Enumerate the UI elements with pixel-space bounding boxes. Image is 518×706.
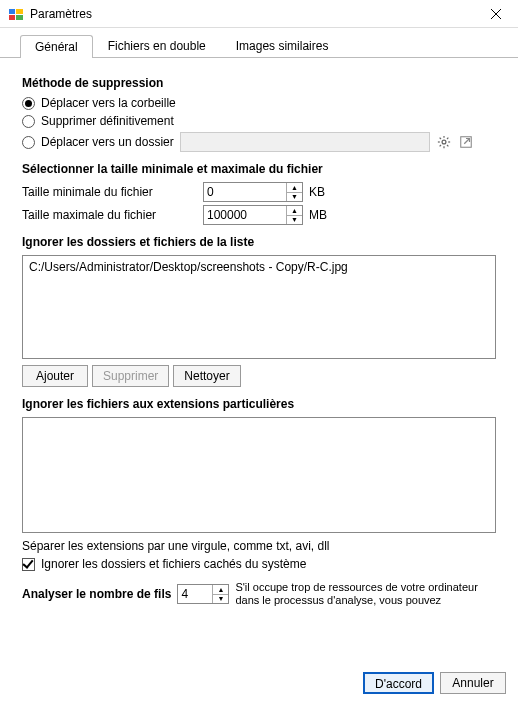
size-range-title: Sélectionner la taille minimale et maxim…: [22, 162, 496, 176]
ignore-extensions-hint: Séparer les extensions par une virgule, …: [22, 539, 496, 553]
radio-delete-permanently-label: Supprimer définitivement: [41, 114, 174, 128]
min-size-spinner[interactable]: ▲ ▼: [203, 182, 303, 202]
min-size-up[interactable]: ▲: [287, 183, 302, 193]
clear-button[interactable]: Nettoyer: [173, 365, 240, 387]
svg-rect-2: [9, 15, 15, 20]
list-item[interactable]: C:/Users/Administrator/Desktop/screensho…: [29, 260, 489, 274]
dialog-buttons: D'accord Annuler: [363, 672, 506, 694]
threads-down[interactable]: ▼: [213, 595, 228, 604]
ignore-list-listbox[interactable]: C:/Users/Administrator/Desktop/screensho…: [22, 255, 496, 359]
titlebar: Paramètres: [0, 0, 518, 28]
max-size-input[interactable]: [204, 206, 286, 224]
max-size-spinner[interactable]: ▲ ▼: [203, 205, 303, 225]
min-size-input[interactable]: [204, 183, 286, 201]
tabs: Général Fichiers en double Images simila…: [0, 28, 518, 58]
svg-point-6: [442, 140, 446, 144]
svg-line-13: [447, 138, 448, 139]
max-size-up[interactable]: ▲: [287, 206, 302, 216]
threads-hint: S'il occupe trop de ressources de votre …: [235, 581, 496, 607]
ignore-list-title: Ignorer les dossiers et fichiers de la l…: [22, 235, 496, 249]
close-button[interactable]: [482, 0, 510, 28]
max-size-unit: MB: [309, 208, 327, 222]
app-icon: [8, 6, 24, 22]
gear-icon: [437, 135, 451, 149]
ignore-extensions-title: Ignorer les fichiers aux extensions part…: [22, 397, 496, 411]
radio-move-to-folder[interactable]: [22, 136, 35, 149]
ignore-hidden-label: Ignorer les dossiers et fichiers cachés …: [41, 557, 306, 571]
threads-label: Analyser le nombre de fils: [22, 587, 171, 601]
ignore-hidden-checkbox[interactable]: [22, 558, 35, 571]
svg-line-12: [447, 145, 448, 146]
threads-up[interactable]: ▲: [213, 585, 228, 595]
max-size-down[interactable]: ▼: [287, 216, 302, 225]
deletion-method-title: Méthode de suppression: [22, 76, 496, 90]
tab-content: Méthode de suppression Déplacer vers la …: [0, 58, 518, 607]
radio-move-to-recycle-bin-label: Déplacer vers la corbeille: [41, 96, 176, 110]
open-folder-button[interactable]: [458, 134, 474, 150]
svg-line-16: [464, 139, 469, 144]
threads-input[interactable]: [178, 585, 212, 603]
close-icon: [491, 9, 501, 19]
min-size-unit: KB: [309, 185, 325, 199]
settings-gear-button[interactable]: [436, 134, 452, 150]
svg-rect-3: [16, 15, 23, 20]
move-to-folder-path-input[interactable]: [180, 132, 430, 152]
ignore-extensions-textarea[interactable]: [22, 417, 496, 533]
radio-move-to-folder-label: Déplacer vers un dossier: [41, 135, 174, 149]
open-external-icon: [459, 135, 473, 149]
radio-delete-permanently[interactable]: [22, 115, 35, 128]
min-size-down[interactable]: ▼: [287, 193, 302, 202]
window-title: Paramètres: [30, 7, 482, 21]
remove-button[interactable]: Supprimer: [92, 365, 169, 387]
svg-line-11: [439, 138, 440, 139]
tab-general[interactable]: Général: [20, 35, 93, 58]
ok-button[interactable]: D'accord: [363, 672, 434, 694]
cancel-button[interactable]: Annuler: [440, 672, 506, 694]
min-size-label: Taille minimale du fichier: [22, 185, 197, 199]
tab-images[interactable]: Images similaires: [221, 34, 344, 57]
tab-duplicates[interactable]: Fichiers en double: [93, 34, 221, 57]
svg-line-14: [439, 145, 440, 146]
svg-rect-1: [16, 9, 23, 14]
radio-move-to-recycle-bin[interactable]: [22, 97, 35, 110]
add-button[interactable]: Ajouter: [22, 365, 88, 387]
max-size-label: Taille maximale du fichier: [22, 208, 197, 222]
svg-rect-0: [9, 9, 15, 14]
threads-spinner[interactable]: ▲ ▼: [177, 584, 229, 604]
